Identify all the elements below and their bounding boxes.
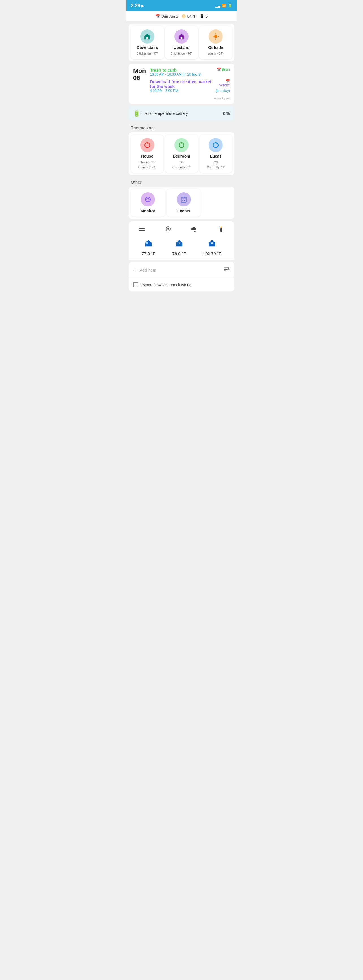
time-label: 2:29 [131, 3, 140, 8]
calendar-section: Mon 06 Trash to curb 📅 Brian 10:00 AM - … [128, 64, 235, 104]
date-label: Sun Jun 5 [162, 14, 178, 18]
todo-add-row[interactable]: + Add item [133, 266, 156, 274]
thermostats-label: Thermostats [126, 123, 237, 131]
house-thermo-icon [140, 138, 154, 152]
weather-label: 84 °F [187, 14, 196, 18]
notification-pill[interactable]: 📱 5 [200, 14, 208, 18]
lucas-current: Currently 73° [207, 165, 225, 169]
todo-text-0: exhaust switch: check wiring [142, 283, 192, 287]
thermostat-house[interactable]: House Idle until 77° Currently 76° [131, 135, 163, 173]
events-label: Events [177, 209, 190, 213]
svg-rect-8 [181, 197, 186, 202]
thermostat-bedroom[interactable]: Bedroom Off Currently 76° [165, 135, 198, 173]
bedroom-current: Currently 76° [173, 165, 190, 169]
lucas-status: Off [214, 161, 218, 164]
upstairs-sub: 0 lights on · 76° [171, 51, 192, 56]
temp-upstairs-val: 76.0 °F [172, 251, 186, 256]
todo-item-0[interactable]: exhaust switch: check wiring [128, 278, 235, 291]
alert-left: 🔋! Attic temperature battery [133, 110, 188, 117]
thermostats-row: House Idle until 77° Currently 76° Bedro… [128, 132, 235, 175]
svg-point-2 [214, 35, 217, 38]
temp-upstairs-icon: 2 [175, 239, 184, 250]
room-outside[interactable]: Outside sunny · 84° [199, 26, 232, 59]
wifi-icon: 📶 [222, 4, 226, 8]
downstairs-sub: 0 lights on · 77° [136, 51, 158, 56]
svg-rect-15 [139, 228, 145, 229]
todo-section: + Add item exhaust switch: check wiring [128, 262, 235, 291]
svg-point-24 [220, 226, 222, 228]
todo-checkbox-0[interactable] [133, 282, 138, 287]
temp-attic: A 102.79 °F [203, 239, 221, 256]
svg-rect-22 [220, 228, 222, 232]
outside-icon [209, 29, 223, 43]
event-1-calendar: Nerene [219, 83, 230, 87]
event-0-calendar: Brian [222, 68, 230, 72]
events-icon [177, 192, 191, 207]
sort-icon[interactable] [224, 266, 230, 274]
calendar-event-0[interactable]: Trash to curb 📅 Brian 10:00 AM - 10:00 A… [150, 68, 230, 76]
calendar-icon: 📅 [155, 14, 160, 18]
outside-label: Outside [208, 45, 223, 50]
lucas-thermo-status: Off Currently 73° [207, 160, 225, 169]
bedroom-thermo-name: Bedroom [173, 154, 190, 158]
info-bar: 📅 Sun Jun 5 🌕 84 °F 📱 5 [126, 11, 237, 22]
event-0-title: Trash to curb [150, 68, 177, 72]
status-bar: 2:29 ▶ ▂▄ 📶 🔋 [126, 0, 237, 11]
svg-rect-16 [139, 230, 145, 231]
battery-icon: 🔋 [228, 4, 232, 8]
other-events[interactable]: Events [167, 189, 201, 216]
bedroom-thermo-status: Off Currently 76° [173, 160, 190, 169]
house-current: Currently 76° [138, 165, 156, 169]
nav-cloud[interactable] [188, 224, 201, 233]
room-upstairs[interactable]: Upstairs 0 lights on · 76° [165, 26, 198, 59]
upstairs-icon [174, 29, 189, 43]
calendar-date: Mon 06 [133, 68, 146, 81]
location-icon: ▶ [141, 4, 144, 8]
temp-upstairs: 2 76.0 °F [172, 239, 186, 256]
temp-attic-icon: A [208, 239, 216, 250]
alert-text: Attic temperature battery [145, 111, 188, 116]
signal-icon: ▂▄ [215, 4, 220, 8]
svg-point-18 [167, 228, 169, 230]
thermostat-lucas[interactable]: Lucas Off Currently 73° [200, 135, 232, 173]
svg-point-7 [146, 197, 151, 202]
svg-rect-0 [146, 37, 148, 39]
event-1-cal-icon: 📅 [226, 79, 230, 83]
svg-text:1: 1 [146, 241, 148, 244]
svg-rect-1 [181, 37, 182, 39]
downstairs-label: Downstairs [137, 45, 158, 50]
status-time: 2:29 ▶ [131, 3, 144, 8]
other-label: Other [126, 177, 237, 186]
event-1-time: 4:00 PM - 5:00 PM [150, 89, 178, 93]
nav-circle[interactable] [162, 224, 175, 233]
calendar-events: Trash to curb 📅 Brian 10:00 AM - 10:00 A… [150, 68, 230, 95]
add-icon[interactable]: + [133, 266, 137, 274]
calendar-event-1[interactable]: Download free creative market for the we… [150, 79, 230, 93]
status-icons: ▂▄ 📶 🔋 [215, 4, 232, 8]
calendar-source: Aqara Opple [133, 97, 230, 100]
house-thermo-name: House [141, 154, 153, 158]
downstairs-icon [140, 29, 154, 43]
house-thermo-status: Idle until 77° Currently 76° [138, 160, 156, 169]
weather-pill[interactable]: 🌕 84 °F [182, 14, 196, 18]
event-1-title: Download free creative market for the we… [150, 79, 216, 89]
sun-icon: 🌕 [182, 14, 186, 18]
event-1-suffix: (in a day) [216, 89, 230, 93]
nav-candle[interactable] [214, 224, 228, 233]
event-0-time: 10:00 AM - 10:00 AM (in 20 hours) [150, 72, 230, 76]
svg-text:2: 2 [178, 242, 180, 245]
svg-text:A: A [211, 242, 213, 245]
todo-header: + Add item [128, 262, 235, 278]
other-monitor[interactable]: Monitor [131, 189, 165, 216]
nav-list[interactable] [135, 224, 149, 233]
notif-count: 5 [206, 14, 208, 18]
svg-point-13 [184, 200, 185, 201]
outside-sub: sunny · 84° [208, 51, 224, 56]
date-pill[interactable]: 📅 Sun Jun 5 [155, 14, 178, 18]
bedroom-thermo-icon [174, 138, 189, 152]
phone-icon: 📱 [200, 14, 204, 18]
event-0-cal-icon: 📅 [217, 68, 221, 72]
svg-rect-14 [139, 226, 145, 228]
room-downstairs[interactable]: Downstairs 0 lights on · 77° [131, 26, 164, 59]
svg-point-12 [182, 200, 183, 201]
